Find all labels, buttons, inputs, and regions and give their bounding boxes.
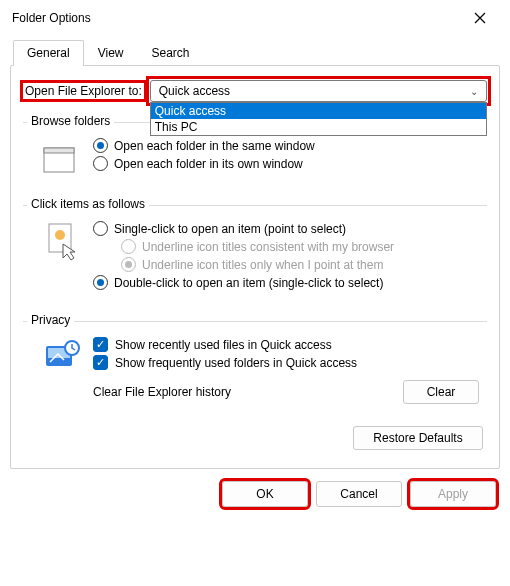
checkbox-label: Show recently used files in Quick access bbox=[115, 338, 332, 352]
checkbox-label: Show frequently used folders in Quick ac… bbox=[115, 356, 357, 370]
dropdown-option-this-pc[interactable]: This PC bbox=[151, 119, 486, 135]
open-explorer-label: Open File Explorer to: bbox=[23, 83, 144, 99]
tab-general[interactable]: General bbox=[13, 40, 84, 66]
privacy-legend: Privacy bbox=[27, 313, 74, 327]
radio-single-click[interactable]: Single-click to open an item (point to s… bbox=[93, 221, 479, 236]
checkbox-icon: ✓ bbox=[93, 355, 108, 370]
click-items-legend: Click items as follows bbox=[27, 197, 149, 211]
tab-search[interactable]: Search bbox=[138, 40, 204, 65]
clear-button[interactable]: Clear bbox=[403, 380, 479, 404]
checkbox-recent-files[interactable]: ✓ Show recently used files in Quick acce… bbox=[93, 337, 479, 352]
clear-history-label: Clear File Explorer history bbox=[93, 385, 403, 399]
radio-icon bbox=[93, 138, 108, 153]
checkbox-icon: ✓ bbox=[93, 337, 108, 352]
radio-label: Open each folder in the same window bbox=[114, 139, 315, 153]
open-explorer-dropdown-list: Quick access This PC bbox=[150, 102, 487, 136]
radio-same-window[interactable]: Open each folder in the same window bbox=[93, 138, 479, 153]
open-explorer-dropdown[interactable]: Quick access ⌄ bbox=[150, 80, 487, 102]
radio-icon bbox=[121, 257, 136, 272]
radio-underline-point: Underline icon titles only when I point … bbox=[121, 257, 479, 272]
radio-label: Open each folder in its own window bbox=[114, 157, 303, 171]
radio-label: Underline icon titles only when I point … bbox=[142, 258, 383, 272]
radio-icon bbox=[93, 275, 108, 290]
radio-icon bbox=[93, 221, 108, 236]
checkbox-frequent-folders[interactable]: ✓ Show frequently used folders in Quick … bbox=[93, 355, 479, 370]
radio-double-click[interactable]: Double-click to open an item (single-cli… bbox=[93, 275, 479, 290]
chevron-down-icon: ⌄ bbox=[470, 86, 478, 97]
apply-button[interactable]: Apply bbox=[410, 481, 496, 507]
radio-label: Underline icon titles consistent with my… bbox=[142, 240, 394, 254]
ok-button[interactable]: OK bbox=[222, 481, 308, 507]
radio-underline-browser: Underline icon titles consistent with my… bbox=[121, 239, 479, 254]
radio-icon bbox=[93, 156, 108, 171]
window-title: Folder Options bbox=[12, 11, 458, 25]
tab-view[interactable]: View bbox=[84, 40, 138, 65]
svg-point-3 bbox=[55, 230, 65, 240]
browse-folders-legend: Browse folders bbox=[27, 114, 114, 128]
restore-defaults-button[interactable]: Restore Defaults bbox=[353, 426, 483, 450]
dropdown-selected: Quick access bbox=[159, 84, 230, 98]
privacy-icon bbox=[41, 338, 85, 408]
click-items-icon bbox=[41, 222, 85, 293]
dropdown-option-quick-access[interactable]: Quick access bbox=[151, 103, 486, 119]
radio-label: Double-click to open an item (single-cli… bbox=[114, 276, 383, 290]
radio-own-window[interactable]: Open each folder in its own window bbox=[93, 156, 479, 171]
close-button[interactable] bbox=[458, 3, 502, 33]
radio-label: Single-click to open an item (point to s… bbox=[114, 222, 346, 236]
browse-folders-icon bbox=[41, 141, 85, 177]
svg-rect-1 bbox=[44, 148, 74, 153]
cancel-button[interactable]: Cancel bbox=[316, 481, 402, 507]
radio-icon bbox=[121, 239, 136, 254]
